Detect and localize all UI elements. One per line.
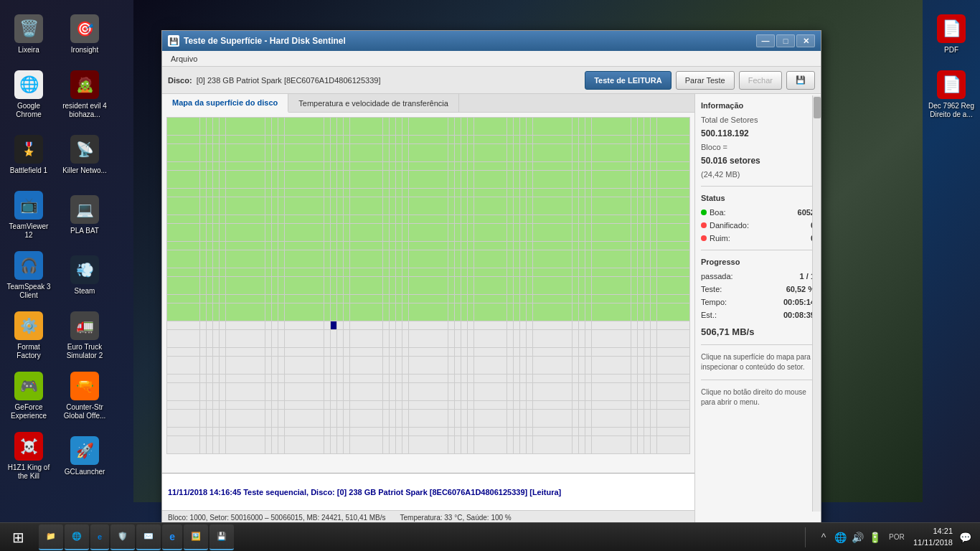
taskbar-right: ^ 🌐 🔊 🔋 POR 14:21 11/11/2018 💬	[809, 523, 980, 552]
dot-ruim	[701, 235, 707, 241]
desktop-icon-pdf2[interactable]: 📄 Dec 7962 Reg Direito de a...	[925, 66, 977, 123]
desktop-icon-ironsight[interactable]: 🎯 Ironsight	[59, 6, 110, 63]
est-row: Est.: 00:08:39	[701, 311, 815, 319]
surface-map-area[interactable]	[162, 113, 694, 473]
surface-panel: Mapa da superfície do disco Temperatura …	[162, 94, 695, 524]
taskbar-ie[interactable]: e	[162, 524, 182, 550]
read-test-button[interactable]: Teste de LEITURA	[585, 71, 672, 90]
desktop-icon-teamviewer[interactable]: 📺 TeamViewer 12	[3, 187, 55, 244]
taskbar-edge[interactable]: e	[90, 524, 109, 550]
stop-test-button[interactable]: Parar Teste	[676, 71, 735, 90]
desktop-icon-chrome[interactable]: 🌐 Google Chrome	[3, 66, 55, 123]
taskbar-chrome[interactable]: 🌐	[65, 524, 89, 550]
divider-4	[701, 380, 815, 380]
tray-network[interactable]: 🌐	[834, 531, 847, 544]
passada-label: passada:	[701, 272, 733, 281]
clock-date: 11/11/2018	[913, 537, 953, 548]
window-menu: Arquivo	[162, 51, 821, 67]
teste-row: Teste: 60,52 %	[701, 285, 815, 293]
tray-sound[interactable]: 🔊	[852, 531, 864, 544]
disk-name: [0] 238 GB Patriot Spark [8EC6076A1D4806…	[197, 76, 581, 85]
desktop-icon-format-factory[interactable]: ⚙️ Format Factory	[3, 307, 55, 364]
progresso-title: Progresso	[701, 258, 815, 266]
status-bar-left: Bloco: 1000, Setor: 50016000 – 50066015,…	[168, 514, 386, 522]
desktop-icon-teamspeak[interactable]: 🎧 TeamSpeak 3 Client	[3, 247, 55, 304]
desktop-icon-csgo[interactable]: 🔫 Counter-Str Global Offe...	[59, 367, 110, 425]
tab-temp-speed[interactable]: Temperatura e velocidade de transferênci…	[288, 94, 459, 112]
taskbar-clock[interactable]: 14:21 11/11/2018	[913, 526, 953, 548]
hint2: Clique no botão direito do mouse para ab…	[701, 387, 815, 408]
desktop: 🗑️ Lixeira 🌐 Google Chrome 🎖️ Battlefiel…	[0, 0, 980, 551]
security-taskbar-icon: 🛡️	[118, 532, 128, 541]
save-button[interactable]: 💾	[786, 71, 815, 90]
taskbar-hds[interactable]: 💾	[209, 524, 234, 550]
mail-taskbar-icon: ✉️	[143, 532, 154, 541]
image-taskbar-icon: 🖼️	[191, 532, 201, 541]
total-sectors-label: Total de Setores	[701, 116, 815, 124]
tab-surface-map[interactable]: Mapa da superfície do disco	[162, 94, 288, 113]
desktop-icon-steam[interactable]: 💨 Steam	[59, 247, 110, 304]
hint1: Clique na superfície do mapa para inspec…	[701, 352, 815, 372]
block-mb: (24,42 MB)	[701, 170, 815, 179]
file-explorer-icon: 📁	[46, 532, 56, 541]
chrome-taskbar-icon: 🌐	[72, 532, 82, 541]
tray-language[interactable]: POR	[886, 531, 908, 544]
desktop-icon-h1z1[interactable]: ☠️ H1Z1 King of the Kill	[3, 428, 55, 485]
window-controls: — □ ✕	[756, 34, 815, 47]
status-ruim-row: Ruim: 0	[701, 234, 815, 242]
tempo-label: Tempo:	[701, 298, 727, 306]
title-icon: 💾	[168, 35, 179, 47]
desktop-icon-lixeira[interactable]: 🗑️ Lixeira	[3, 6, 55, 63]
desktop-icon-resident-evil[interactable]: 🧟 resident evil 4 biohaza...	[59, 66, 110, 123]
total-sectors-value: 500.118.192	[701, 128, 815, 138]
scrollbar[interactable]	[812, 95, 821, 512]
taskbar-items: 📁 🌐 e 🛡️ ✉️ e 🖼️ 💾	[36, 523, 802, 552]
start-icon: ⊞	[12, 529, 24, 546]
dot-danificado	[701, 222, 707, 228]
tray-battery[interactable]: 🔋	[869, 531, 882, 544]
desktop-icon-killer-network[interactable]: 📡 Killer Netwo...	[59, 126, 110, 184]
status-bar-right: Temperatura: 33 °C, Saúde: 100 %	[400, 514, 512, 522]
fechar-button[interactable]: Fechar	[739, 71, 782, 90]
est-label: Est.:	[701, 311, 717, 319]
window-titlebar[interactable]: 💾 Teste de Superfície - Hard Disk Sentin…	[162, 31, 821, 51]
menu-arquivo[interactable]: Arquivo	[165, 53, 203, 65]
desktop-icon-pla-bat[interactable]: 💻 PLA BAT	[59, 187, 110, 244]
block-value: 50.016 setores	[701, 156, 815, 166]
block-label: Bloco =	[701, 143, 815, 151]
tempo-row: Tempo: 00:05:14	[701, 298, 815, 306]
close-button[interactable]: ✕	[796, 34, 815, 47]
taskbar-mail[interactable]: ✉️	[136, 524, 161, 550]
taskbar-file-explorer[interactable]: 📁	[39, 524, 63, 550]
maximize-button[interactable]: □	[776, 34, 795, 47]
taskbar-security[interactable]: 🛡️	[110, 524, 135, 550]
desktop-icon-pdf1[interactable]: 📄 PDF	[925, 6, 977, 63]
window-title: Teste de Superfície - Hard Disk Sentinel	[184, 36, 756, 46]
desktop-icon-geforce[interactable]: 🎮 GeForce Experience	[3, 367, 55, 425]
status-ruim-label: Ruim:	[710, 234, 730, 242]
dot-boa	[701, 209, 707, 215]
notification-icon[interactable]: 💬	[958, 531, 971, 544]
taskbar: ⊞ 📁 🌐 e 🛡️ ✉️ e 🖼️	[0, 522, 980, 551]
sector-grid-container[interactable]	[166, 117, 690, 454]
desktop-icon-euro-truck[interactable]: 🚛 Euro Truck Simulator 2	[59, 307, 110, 364]
disk-label: Disco:	[168, 76, 192, 85]
sector-grid[interactable]	[167, 118, 689, 453]
desktop-icon-gc-launcher[interactable]: 🚀 GCLauncher	[59, 428, 110, 485]
taskbar-image[interactable]: 🖼️	[184, 524, 208, 550]
desktop-icons-area: 🗑️ Lixeira 🌐 Google Chrome 🎖️ Battlefiel…	[0, 0, 115, 517]
log-text: 11/11/2018 14:16:45 Teste sequencial, Di…	[168, 488, 561, 496]
tempo-value: 00:05:14	[783, 298, 815, 306]
status-danificado-row: Danificado: 0	[701, 221, 815, 230]
clock-time: 14:21	[913, 526, 953, 537]
status-danificado-label: Danificado:	[710, 221, 749, 230]
desktop-right-icons: 📄 PDF 📄 Dec 7962 Reg Direito de a...	[923, 0, 980, 129]
tray-expand[interactable]: ^	[817, 531, 830, 544]
divider-2	[701, 250, 815, 250]
taskbar-separator	[805, 527, 806, 547]
window-toolbar: Disco: [0] 238 GB Patriot Spark [8EC6076…	[162, 67, 821, 94]
minimize-button[interactable]: —	[756, 34, 775, 47]
start-button[interactable]: ⊞	[0, 523, 36, 552]
divider-3	[701, 344, 815, 345]
desktop-icon-battlefield[interactable]: 🎖️ Battlefield 1	[3, 126, 55, 184]
